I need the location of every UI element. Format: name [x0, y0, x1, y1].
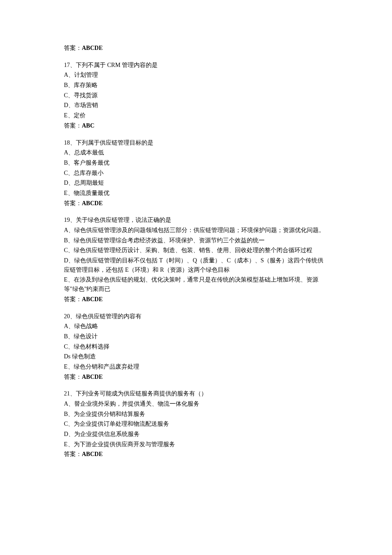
- option-line: A、替企业境外采购，并提供通关、物流一体化服务: [64, 399, 328, 409]
- answer-line: 答案：ABC: [64, 121, 328, 131]
- answer-label: 答案：: [64, 374, 82, 380]
- answer-label: 答案：: [64, 451, 82, 457]
- question-number: 19、: [64, 217, 76, 223]
- option-line: B、库存策略: [64, 81, 328, 90]
- question-stem: 17、下列不属于 CRM 管理内容的是: [64, 61, 328, 70]
- answer-line: 答案：ABCDE: [64, 199, 328, 208]
- option-line: E、在涉及到绿色供应链的规划、优化决策时，通常只是在传统的决策模型基础上增加环境…: [64, 275, 328, 293]
- question-stem: 19、关于绿色供应链管理，说法正确的是: [64, 215, 328, 225]
- question-text: 下列业务可能成为供应链服务商提供的服务有（）: [76, 390, 207, 397]
- option-line: B、客户服务最优: [64, 158, 328, 168]
- question-stem: 20、绿色供应链管理的内容有: [64, 312, 328, 321]
- question-text: 下列属于供应链管理目标的是: [76, 139, 153, 146]
- answer-label: 答案：: [64, 296, 82, 302]
- option-line: Ds 绿色制造: [64, 352, 328, 361]
- option-line: C、总库存最小: [64, 169, 328, 178]
- option-line: C、寻找货源: [64, 91, 328, 100]
- answer-line: 答案：ABCDE: [64, 44, 328, 53]
- answer-label: 答案：: [64, 200, 82, 206]
- option-line: B、绿色供应链管理综合考虑经济效益、环境保护、资源节约三个效益的统一: [64, 236, 328, 245]
- answer-line: 答案：ABCDE: [64, 372, 328, 382]
- answer-line: 答案：ABCDE: [64, 450, 328, 459]
- answer-value: ABCDE: [82, 200, 103, 206]
- question-number: 17、: [64, 62, 76, 68]
- option-line: B、绿色设计: [64, 332, 328, 341]
- option-line: E、绿色分销和产品废弃处理: [64, 362, 328, 372]
- answer-label: 答案：: [64, 45, 82, 51]
- option-line: A、总成本最低: [64, 148, 328, 157]
- option-line: D、为企业提供信息系统服务: [64, 430, 328, 439]
- question-stem: 21、下列业务可能成为供应链服务商提供的服务有（）: [64, 389, 328, 398]
- answer-line: 答案：ABCDE: [64, 295, 328, 304]
- question-text: 下列不属于 CRM 管理内容的是: [76, 62, 158, 68]
- answer-value: ABCDE: [82, 451, 103, 457]
- option-line: C、为企业提供订单处理和物流配送服务: [64, 419, 328, 429]
- question-number: 20、: [64, 313, 76, 320]
- option-line: B、为企业提供分销和结算服务: [64, 410, 328, 419]
- option-line: A、绿色供应链管理涉及的问题领域包括三部分：供应链管理问题；环境保护问题；资源优…: [64, 226, 328, 235]
- question-text: 关于绿色供应链管理，说法正确的是: [76, 217, 171, 223]
- option-line: A、计划管理: [64, 70, 328, 80]
- option-line: C、绿色供应链管理经历设计、采购、制造、包装、销售、使用、回收处理的整个闭合循环…: [64, 246, 328, 255]
- answer-value: ABC: [82, 122, 95, 129]
- option-line: E、定价: [64, 111, 328, 120]
- option-line: E、为下游企业提供供应商开发与管理服务: [64, 440, 328, 449]
- option-line: A、绿色战略: [64, 322, 328, 331]
- option-line: D、总周期最短: [64, 178, 328, 188]
- question-number: 18、: [64, 139, 76, 146]
- answer-value: ABCDE: [82, 45, 103, 51]
- option-line: D、市场营销: [64, 101, 328, 110]
- question-text: 绿色供应链管理的内容有: [76, 313, 141, 320]
- option-line: C、绿色材料选择: [64, 342, 328, 352]
- answer-label: 答案：: [64, 122, 82, 129]
- question-stem: 18、下列属于供应链管理目标的是: [64, 138, 328, 148]
- question-number: 21、: [64, 390, 76, 397]
- answer-value: ABCDE: [82, 296, 103, 302]
- option-line: E、物流质量最优: [64, 189, 328, 198]
- answer-value: ABCDE: [82, 374, 103, 380]
- document-body: 答案：ABCDE17、下列不属于 CRM 管理内容的是A、计划管理B、库存策略C…: [64, 44, 328, 459]
- option-line: D、绿色供应链管理的目标不仅包括 T（时间）、Q（质量）、C（成本）、S（服务）…: [64, 256, 328, 274]
